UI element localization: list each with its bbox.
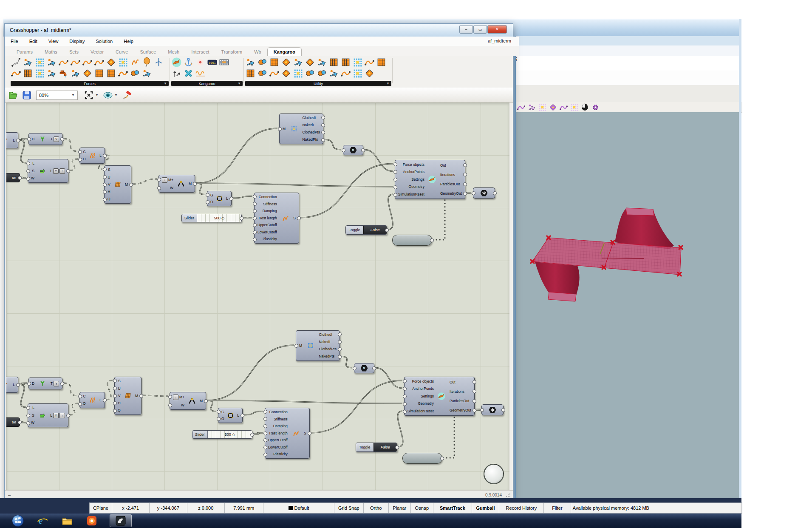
save-file-button[interactable] (22, 90, 32, 100)
spring-goal-icon[interactable] (94, 57, 105, 68)
faucet-icon[interactable] (58, 68, 69, 79)
tab-params[interactable]: Params (11, 48, 39, 56)
leaf-icon[interactable] (293, 68, 303, 79)
mesh-flag-icon[interactable] (352, 57, 363, 68)
fan-icon[interactable] (245, 57, 256, 68)
point-icon[interactable] (195, 57, 206, 68)
grid-net-icon[interactable] (352, 68, 363, 79)
gh-node-t-weave[interactable]: COL (79, 148, 105, 164)
status-smarttrack[interactable]: SmartTrack (433, 503, 472, 513)
input-port[interactable] (263, 438, 267, 442)
spheres-icon[interactable] (305, 57, 315, 68)
input-port[interactable] (480, 408, 484, 412)
gh-node-b-toggle[interactable]: Toggle False (356, 443, 397, 452)
gh-node-t-hexx[interactable]: × (343, 145, 363, 155)
start-button[interactable] (11, 515, 25, 527)
toggle-value[interactable]: False (373, 443, 397, 451)
input-port[interactable] (78, 395, 82, 398)
windmill-icon[interactable] (153, 57, 164, 68)
output-port[interactable] (18, 176, 22, 180)
input-port[interactable] (253, 223, 257, 227)
filmstrip-icon[interactable] (219, 57, 229, 68)
input-port[interactable] (103, 198, 107, 202)
output-port[interactable] (66, 414, 70, 417)
input-port[interactable] (168, 395, 172, 399)
toggle-value[interactable]: False (363, 226, 387, 234)
output-port[interactable] (338, 347, 342, 351)
springs-icon[interactable] (11, 57, 21, 68)
port-modifier-icon[interactable]: Y (54, 136, 59, 142)
tab-vector[interactable]: Vector (85, 48, 110, 56)
canvas-trackball-widget[interactable] (483, 463, 505, 485)
gh-canvas[interactable]: LDTYLSWLY↑ueCOLSUVHQM↓M+WMGOLMClothedINa… (6, 102, 509, 490)
curve-snap-icon[interactable] (570, 103, 579, 112)
arrow-poly-icon[interactable] (281, 57, 291, 68)
stretch-icon[interactable] (118, 68, 128, 79)
input-port[interactable] (253, 238, 257, 241)
output-port[interactable] (463, 173, 467, 176)
counter-icon[interactable]: 0001 (207, 57, 218, 68)
output-port[interactable] (60, 137, 64, 141)
output-port[interactable] (129, 183, 133, 187)
input-port[interactable] (403, 387, 407, 391)
mesh-flag-icon[interactable] (538, 103, 547, 112)
egg-icon[interactable] (580, 103, 589, 112)
input-port[interactable] (113, 409, 117, 413)
zoom-level-combo[interactable]: 80% ▼ (36, 91, 78, 100)
orange-mesh-icon[interactable] (257, 68, 268, 79)
close-button[interactable]: ✕ (487, 25, 507, 34)
hinge-icon[interactable] (46, 68, 57, 79)
gh-node-t-kang[interactable]: Force objectsAnchorPointsSettingsGeometr… (395, 160, 465, 199)
balloon3-icon[interactable] (317, 68, 327, 79)
port-modifier-icon[interactable]: Y (53, 168, 59, 174)
output-port[interactable] (338, 340, 342, 344)
gh-node-t-timer[interactable] (392, 235, 432, 246)
tab-wb[interactable]: Wb (248, 48, 267, 56)
resize-grip[interactable] (505, 492, 511, 498)
input-port[interactable] (393, 185, 397, 189)
pull-curve-icon[interactable] (11, 68, 21, 79)
align-icon[interactable] (23, 68, 33, 79)
flip-icon[interactable] (340, 57, 351, 68)
pressure-icon[interactable] (46, 57, 57, 68)
output-port[interactable] (361, 148, 365, 152)
internet-explorer-icon[interactable]: e (36, 515, 49, 527)
gh-node-t-shift[interactable]: LSWLY↑ (28, 159, 68, 183)
output-port[interactable] (250, 433, 254, 437)
input-port[interactable] (403, 379, 407, 383)
tools-icon[interactable] (183, 68, 194, 79)
browser-orange-icon[interactable] (85, 515, 99, 527)
input-port[interactable] (353, 366, 356, 370)
output-port[interactable] (66, 169, 70, 173)
output-port[interactable] (139, 394, 143, 398)
traffic-icon[interactable] (328, 68, 339, 79)
port-modifier-icon[interactable]: ↓ (162, 177, 167, 183)
output-port[interactable] (493, 191, 497, 195)
status-ortho[interactable]: Ortho (364, 503, 389, 513)
input-port[interactable] (113, 386, 117, 390)
unary-force-icon[interactable] (23, 57, 33, 68)
output-port[interactable] (430, 238, 434, 242)
gh-node-b-true[interactable]: ue (6, 417, 20, 427)
status-filter[interactable]: Filter (544, 503, 571, 513)
group-label-utility[interactable]: Utility▼ (245, 81, 391, 86)
status-record-history[interactable]: Record History (499, 503, 544, 513)
input-port[interactable] (263, 446, 267, 449)
menu-file[interactable]: File (11, 39, 18, 44)
windmill2-icon[interactable] (364, 68, 375, 79)
input-port[interactable] (113, 401, 117, 405)
bend-icon[interactable] (58, 57, 69, 68)
gh-node-t-join[interactable]: ↓M+WM (158, 175, 195, 193)
input-port[interactable] (263, 431, 267, 435)
status-7-991-mm[interactable]: 7.991 mm (225, 503, 263, 513)
status-z-0-000[interactable]: z 0.000 (187, 503, 225, 513)
input-port[interactable] (27, 137, 31, 141)
input-port[interactable] (103, 183, 107, 187)
output-port[interactable] (103, 154, 107, 158)
output-port[interactable] (385, 228, 389, 232)
faucet2-icon[interactable] (305, 68, 315, 79)
output-port[interactable] (240, 216, 243, 220)
port-modifier-icon[interactable]: Y (53, 413, 59, 418)
group-label-forces[interactable]: Forces▼ (11, 81, 169, 86)
output-port[interactable] (321, 123, 325, 127)
